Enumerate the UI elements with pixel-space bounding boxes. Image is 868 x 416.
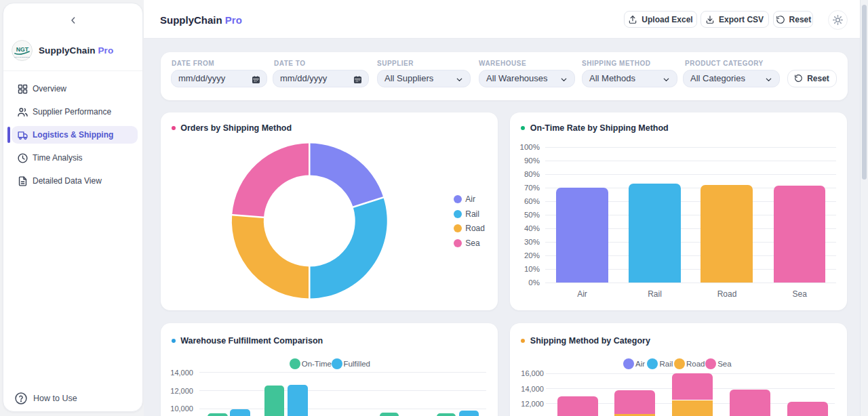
svg-text:NGT THE PERFECTO: NGT THE PERFECTO bbox=[14, 56, 30, 58]
